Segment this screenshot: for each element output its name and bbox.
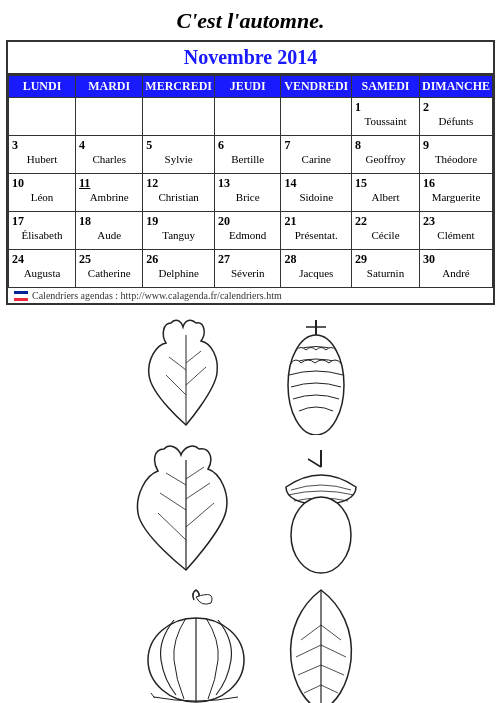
calendar-cell: 27Séverin	[215, 250, 281, 288]
week-row-2: 3Hubert4Charles5Sylvie6Bertille7Carine8G…	[9, 136, 493, 174]
day-saint-name: Toussaint	[355, 115, 416, 127]
calendar-cell: 22Cécile	[352, 212, 420, 250]
day-number: 9	[423, 138, 489, 153]
day-header-samedi: SAMEDI	[352, 76, 420, 98]
day-header-dimanche: DIMANCHE	[419, 76, 492, 98]
calendar-cell: 7Carine	[281, 136, 352, 174]
day-number: 23	[423, 214, 489, 229]
calendar-cell: 5Sylvie	[143, 136, 215, 174]
calendar-cell: 23Clément	[419, 212, 492, 250]
day-number: 24	[12, 252, 72, 267]
calendar-cell: 19Tanguy	[143, 212, 215, 250]
week-row-5: 24Augusta25Catherine26Delphine27Séverin2…	[9, 250, 493, 288]
day-number: 8	[355, 138, 416, 153]
week-row-1: 1Toussaint2Défunts	[9, 98, 493, 136]
day-number: 20	[218, 214, 277, 229]
calendar-cell: 10Léon	[9, 174, 76, 212]
week-row-3: 10Léon11Ambrine12Christian13Brice14Sidoi…	[9, 174, 493, 212]
day-number: 12	[146, 176, 211, 191]
day-saint-name: Saturnin	[355, 267, 416, 279]
day-saint-name: Cécile	[355, 229, 416, 241]
day-number: 17	[12, 214, 72, 229]
day-saint-name: Présentat.	[284, 229, 348, 241]
day-saint-name: Sylvie	[146, 153, 211, 165]
calendar-cell: 30André	[419, 250, 492, 288]
week-row-4: 17Élisabeth18Aude19Tanguy20Edmond21Prése…	[9, 212, 493, 250]
day-header-mardi: MARDI	[76, 76, 143, 98]
day-number: 6	[218, 138, 277, 153]
day-saint-name: Marguerite	[423, 191, 489, 203]
pumpkin-icon	[136, 585, 256, 703]
footer-text: Calendriers agendas : http://www.calagen…	[32, 290, 282, 301]
calendar-cell: 2Défunts	[419, 98, 492, 136]
month-title: Novembre 2014	[8, 42, 493, 75]
day-number: 26	[146, 252, 211, 267]
calendar-footer[interactable]: Calendriers agendas : http://www.calagen…	[8, 288, 493, 303]
day-saint-name: André	[423, 267, 489, 279]
day-saint-name: Léon	[12, 191, 72, 203]
pine-cone-icon	[261, 315, 371, 435]
day-number: 3	[12, 138, 72, 153]
day-number: 10	[12, 176, 72, 191]
day-saint-name: Défunts	[423, 115, 489, 127]
day-saint-name: Christian	[146, 191, 211, 203]
day-number: 25	[79, 252, 139, 267]
day-number: 30	[423, 252, 489, 267]
day-number: 1	[355, 100, 416, 115]
day-saint-name: Albert	[355, 191, 416, 203]
calendar-cell: 20Edmond	[215, 212, 281, 250]
calendar-cell: 11Ambrine	[76, 174, 143, 212]
day-saint-name: Carine	[284, 153, 348, 165]
calendar-cell: 1Toussaint	[352, 98, 420, 136]
calendar-cell: 9Théodore	[419, 136, 492, 174]
day-saint-name: Brice	[218, 191, 277, 203]
day-saint-name: Aude	[79, 229, 139, 241]
calendar-cell: 17Élisabeth	[9, 212, 76, 250]
calendar-cell: 8Geoffroy	[352, 136, 420, 174]
day-saint-name: Clément	[423, 229, 489, 241]
day-saint-name: Bertille	[218, 153, 277, 165]
calendar-cell: 24Augusta	[9, 250, 76, 288]
day-number: 14	[284, 176, 348, 191]
day-saint-name: Tanguy	[146, 229, 211, 241]
svg-point-17	[291, 497, 351, 573]
calendar-cell: 3Hubert	[9, 136, 76, 174]
day-saint-name: Hubert	[12, 153, 72, 165]
day-saint-name: Sidoine	[284, 191, 348, 203]
day-header-mercredi: MERCREDI	[143, 76, 215, 98]
day-number: 29	[355, 252, 416, 267]
day-saint-name: Augusta	[12, 267, 72, 279]
flag-icon	[14, 291, 28, 301]
calendar-cell: 13Brice	[215, 174, 281, 212]
day-number: 16	[423, 176, 489, 191]
calendar-cell: 4Charles	[76, 136, 143, 174]
acorn-icon	[266, 445, 376, 575]
day-number: 18	[79, 214, 139, 229]
calendar-cell	[76, 98, 143, 136]
svg-line-16	[308, 459, 321, 467]
day-header-vendredi: VENDREDI	[281, 76, 352, 98]
day-number: 15	[355, 176, 416, 191]
calendar-cell: 6Bertille	[215, 136, 281, 174]
day-saint-name: Séverin	[218, 267, 277, 279]
day-saint-name: Charles	[79, 153, 139, 165]
day-saint-name: Edmond	[218, 229, 277, 241]
calendar-table: LUNDIMARDIMERCREDIJEUDIVENDREDISAMEDIDIM…	[8, 75, 493, 288]
day-header-lundi: LUNDI	[9, 76, 76, 98]
calendar-cell: 12Christian	[143, 174, 215, 212]
oval-leaf-icon	[276, 585, 366, 703]
calendar-cell: 28Jacques	[281, 250, 352, 288]
day-saint-name: Ambrine	[79, 191, 139, 203]
oak-leaf-icon	[131, 315, 241, 435]
day-number: 11	[79, 176, 139, 191]
day-saint-name: Théodore	[423, 153, 489, 165]
day-saint-name: Catherine	[79, 267, 139, 279]
day-header-jeudi: JEUDI	[215, 76, 281, 98]
calendar-cell: 26Delphine	[143, 250, 215, 288]
calendar-cell	[143, 98, 215, 136]
calendar-cell	[281, 98, 352, 136]
day-number: 2	[423, 100, 489, 115]
calendar-cell: 18Aude	[76, 212, 143, 250]
day-number: 5	[146, 138, 211, 153]
big-oak-leaf-icon	[126, 445, 246, 575]
